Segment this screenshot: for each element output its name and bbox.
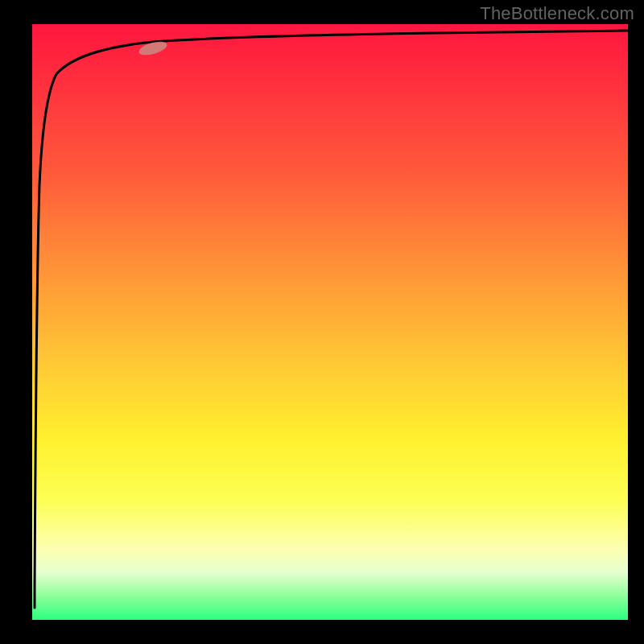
bottleneck-curve <box>35 31 628 608</box>
chart-frame: TheBottleneck.com <box>0 0 644 644</box>
curve-layer <box>32 24 628 620</box>
watermark-text: TheBottleneck.com <box>480 3 634 24</box>
